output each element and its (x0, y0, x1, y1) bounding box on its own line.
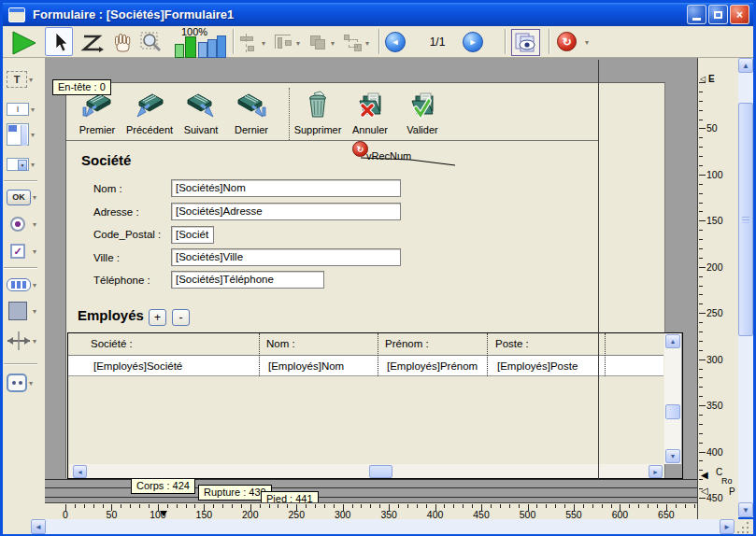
zoom-bar-5[interactable] (217, 35, 226, 58)
minimize-button[interactable] (687, 5, 706, 24)
rupture-band-marker[interactable]: Ro (721, 476, 733, 486)
palette-item-slider-control[interactable]: ▾ (7, 329, 44, 353)
field-input-ville[interactable]: [Sociétés]Ville (171, 248, 401, 266)
ruler-tick (546, 504, 547, 508)
justify-dropdown-button[interactable]: ▾ (274, 30, 307, 56)
band-marker-arrow[interactable]: ◁ (700, 75, 706, 83)
chevron-down-icon[interactable]: ▾ (33, 247, 36, 256)
remove-row-button[interactable]: - (172, 309, 190, 326)
chevron-down-icon[interactable]: ▾ (585, 38, 589, 47)
chevron-down-icon[interactable]: ▾ (365, 39, 369, 48)
close-button[interactable]: × (730, 5, 749, 24)
zoom-bar-4[interactable] (207, 39, 217, 58)
zoom-bar-1[interactable] (175, 44, 184, 58)
field-label-adresse[interactable]: Adresse : (93, 206, 139, 218)
pied-band-marker[interactable]: P (729, 487, 735, 497)
band-marker-arrow[interactable]: ◀ (701, 470, 708, 480)
chevron-down-icon[interactable]: ▾ (331, 39, 335, 48)
next-page-button[interactable]: ► (463, 32, 483, 52)
table-control-border[interactable] (67, 332, 683, 479)
field-label-ville[interactable]: Ville : (93, 252, 120, 263)
main-hscroll-track[interactable] (31, 519, 735, 534)
ruler-tick (699, 405, 706, 406)
previous-page-button[interactable]: ◄ (385, 32, 406, 52)
band-marker-arrow[interactable]: ◁ (701, 486, 708, 496)
chevron-down-icon[interactable]: ▾ (31, 106, 35, 114)
palette-item-edit-control[interactable]: I ▾ (7, 97, 44, 121)
chevron-down-icon[interactable]: ▾ (31, 131, 35, 139)
form-button-valider[interactable]: Valider (396, 90, 449, 135)
header-band-marker[interactable]: E (708, 74, 715, 84)
main-hscroll-right-button[interactable]: ► (720, 519, 735, 534)
refresh-run-button[interactable]: ↻ (557, 32, 577, 51)
palette-item-button-control[interactable]: OK ▾ (7, 185, 44, 209)
chevron-down-icon[interactable]: ▾ (296, 39, 300, 48)
main-hscroll-left-button[interactable]: ◄ (31, 519, 46, 534)
chevron-down-icon[interactable]: ▾ (33, 220, 36, 229)
pan-tool-button[interactable] (110, 31, 135, 59)
title-bar[interactable]: Formulaire : [Sociétés]Formulaire1 (3, 3, 753, 26)
horizontal-ruler: 050100150200250300350400450500550600650 (45, 502, 697, 519)
ruler-tick (699, 360, 706, 360)
company-section-title[interactable]: Société (81, 152, 131, 168)
main-vscroll-down-button[interactable]: ▼ (738, 502, 753, 517)
form-button-suivant[interactable]: Suivant (175, 90, 227, 135)
select-tool-button[interactable] (45, 27, 73, 56)
zoom-tool-button[interactable] (140, 31, 164, 59)
tab-order-tool-button[interactable] (80, 32, 105, 58)
ruler-tick (555, 504, 556, 508)
palette-item-checkbox[interactable]: ✓ ▾ (7, 239, 44, 263)
band-line[interactable] (45, 497, 697, 498)
palette-item-radio-button[interactable]: ▾ (7, 212, 44, 236)
maximize-button[interactable] (708, 5, 728, 24)
palette-item-shape-control[interactable]: ▾ (7, 299, 44, 323)
ruler-tick (287, 504, 288, 508)
palette-item-segmented-control[interactable]: ▾ (7, 273, 44, 297)
field-input-telephone[interactable]: [Sociétés]Téléphone (171, 271, 324, 289)
refresh-icon: ↻ (357, 145, 364, 154)
form-button-precedent[interactable]: Précédent (123, 90, 176, 135)
main-vscroll-thumb[interactable] (738, 103, 753, 336)
field-input-nom[interactable]: [Sociétés]Nom (171, 179, 401, 197)
field-value: [Sociétés]Nom (176, 182, 246, 193)
form-width-guide-line[interactable] (598, 60, 599, 501)
form-button-annuler[interactable]: Annuler (344, 90, 396, 135)
palette-item-list-control[interactable]: ▾ (7, 122, 44, 147)
chevron-down-icon[interactable]: ▾ (33, 307, 36, 316)
ruler-tick (685, 504, 686, 508)
palette-item-combo-box[interactable]: ▼ ▾ (7, 152, 44, 176)
field-label-code-postal[interactable]: Code_Postal : (93, 229, 161, 240)
add-row-button[interactable]: + (149, 309, 166, 326)
band-label-corps[interactable]: Corps : 424 (131, 478, 195, 494)
resize-dropdown-button[interactable]: ▾ (343, 30, 377, 56)
form-button-dernier[interactable]: Dernier (225, 90, 278, 135)
run-test-button[interactable] (11, 31, 37, 59)
hand-icon (110, 31, 135, 55)
palette-item-static-text[interactable]: T ▾ (7, 67, 44, 92)
chevron-down-icon[interactable]: ▾ (33, 337, 36, 346)
form-button-supprimer[interactable]: Supprimer (292, 90, 344, 135)
field-input-code-postal[interactable]: [Sociét (171, 226, 214, 244)
form-button-premier[interactable]: Premier (71, 90, 123, 135)
preview-button[interactable] (511, 29, 540, 56)
palette-item-misc-control[interactable]: ▾ (7, 371, 44, 395)
employees-section-title[interactable]: Employés (78, 307, 144, 323)
main-vscroll-up-button[interactable]: ▲ (738, 58, 753, 73)
zoom-bar-current[interactable] (185, 36, 196, 58)
chevron-down-icon[interactable]: ▾ (31, 161, 35, 169)
chevron-down-icon[interactable]: ▾ (33, 193, 36, 202)
layer-order-dropdown-button[interactable]: ▾ (308, 30, 342, 56)
chevron-down-icon[interactable]: ▾ (33, 281, 36, 289)
ruler-tick-label: 200 (242, 509, 259, 519)
field-label-telephone[interactable]: Téléphone : (93, 275, 150, 286)
list-control-icon (7, 123, 29, 146)
resize-grip[interactable] (737, 520, 751, 533)
align-dropdown-button[interactable]: ▾ (239, 30, 273, 56)
chevron-down-icon[interactable]: ▾ (29, 76, 33, 84)
zoom-bar-3[interactable] (198, 42, 207, 58)
chevron-down-icon[interactable]: ▾ (262, 39, 265, 48)
field-label-nom[interactable]: Nom : (93, 183, 122, 194)
header-band-label[interactable]: En-tête : 0 (52, 79, 111, 95)
field-input-adresse[interactable]: [Sociétés]Adresse (171, 203, 401, 220)
chevron-down-icon[interactable]: ▾ (29, 379, 33, 388)
